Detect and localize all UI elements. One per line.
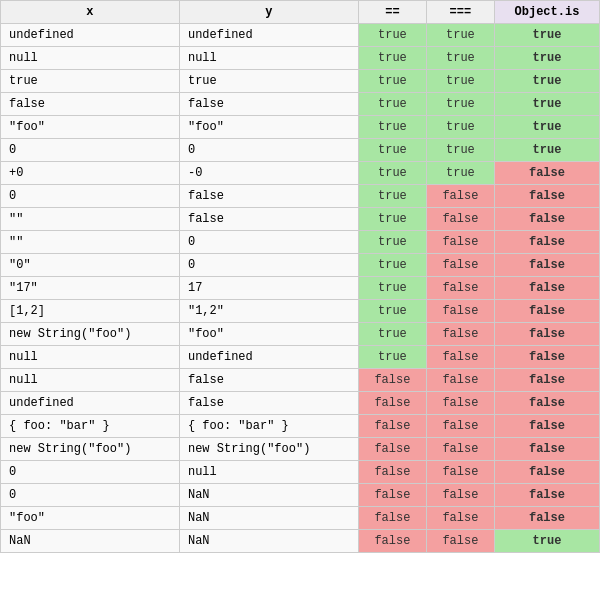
- cell-objectis: false: [494, 392, 599, 415]
- cell-y: "1,2": [179, 300, 358, 323]
- table-row: 0nullfalsefalsefalse: [1, 461, 600, 484]
- cell-objectis: false: [494, 415, 599, 438]
- cell-x: "foo": [1, 116, 180, 139]
- cell-eq: true: [358, 254, 426, 277]
- header-objectis: Object.is: [494, 1, 599, 24]
- cell-x: new String("foo"): [1, 323, 180, 346]
- table-row: truetruetruetruetrue: [1, 70, 600, 93]
- table-row: "foo"NaNfalsefalsefalse: [1, 507, 600, 530]
- cell-eq: false: [358, 530, 426, 553]
- header-row: x y == === Object.is: [1, 1, 600, 24]
- cell-eq: true: [358, 346, 426, 369]
- cell-x: 0: [1, 185, 180, 208]
- cell-objectis: true: [494, 93, 599, 116]
- cell-eq: false: [358, 484, 426, 507]
- cell-x: "0": [1, 254, 180, 277]
- cell-seq: true: [426, 139, 494, 162]
- cell-eq: true: [358, 277, 426, 300]
- header-eq: ==: [358, 1, 426, 24]
- cell-seq: true: [426, 162, 494, 185]
- cell-x: new String("foo"): [1, 438, 180, 461]
- cell-objectis: false: [494, 277, 599, 300]
- cell-seq: false: [426, 484, 494, 507]
- cell-seq: false: [426, 323, 494, 346]
- cell-objectis: true: [494, 70, 599, 93]
- cell-seq: false: [426, 277, 494, 300]
- cell-y: 17: [179, 277, 358, 300]
- table-row: ""0truefalsefalse: [1, 231, 600, 254]
- cell-x: undefined: [1, 24, 180, 47]
- cell-y: { foo: "bar" }: [179, 415, 358, 438]
- cell-eq: true: [358, 231, 426, 254]
- table-row: "17"17truefalsefalse: [1, 277, 600, 300]
- cell-y: 0: [179, 254, 358, 277]
- cell-y: NaN: [179, 507, 358, 530]
- table-row: undefinedfalsefalsefalsefalse: [1, 392, 600, 415]
- cell-objectis: false: [494, 484, 599, 507]
- table-row: ""falsetruefalsefalse: [1, 208, 600, 231]
- cell-x: true: [1, 70, 180, 93]
- cell-x: "17": [1, 277, 180, 300]
- cell-objectis: false: [494, 438, 599, 461]
- table-row: { foo: "bar" }{ foo: "bar" }falsefalsefa…: [1, 415, 600, 438]
- cell-y: false: [179, 93, 358, 116]
- cell-objectis: false: [494, 507, 599, 530]
- cell-y: false: [179, 392, 358, 415]
- cell-objectis: false: [494, 346, 599, 369]
- table-row: 0NaNfalsefalsefalse: [1, 484, 600, 507]
- header-y: y: [179, 1, 358, 24]
- table-row: new String("foo")"foo"truefalsefalse: [1, 323, 600, 346]
- cell-y: true: [179, 70, 358, 93]
- cell-seq: true: [426, 24, 494, 47]
- comparison-table: x y == === Object.is undefinedundefinedt…: [0, 0, 600, 553]
- cell-objectis: false: [494, 231, 599, 254]
- table-row: falsefalsetruetruetrue: [1, 93, 600, 116]
- table-row: undefinedundefinedtruetruetrue: [1, 24, 600, 47]
- cell-y: undefined: [179, 24, 358, 47]
- cell-eq: true: [358, 47, 426, 70]
- cell-objectis: false: [494, 162, 599, 185]
- cell-seq: true: [426, 47, 494, 70]
- cell-eq: false: [358, 415, 426, 438]
- cell-seq: false: [426, 231, 494, 254]
- cell-seq: false: [426, 208, 494, 231]
- cell-seq: false: [426, 438, 494, 461]
- cell-y: null: [179, 47, 358, 70]
- cell-x: "": [1, 231, 180, 254]
- cell-seq: false: [426, 507, 494, 530]
- cell-y: false: [179, 208, 358, 231]
- cell-objectis: false: [494, 323, 599, 346]
- cell-x: NaN: [1, 530, 180, 553]
- cell-objectis: false: [494, 369, 599, 392]
- cell-objectis: true: [494, 24, 599, 47]
- cell-seq: true: [426, 70, 494, 93]
- table-row: 00truetruetrue: [1, 139, 600, 162]
- cell-x: 0: [1, 484, 180, 507]
- cell-eq: true: [358, 323, 426, 346]
- cell-y: "foo": [179, 116, 358, 139]
- cell-x: null: [1, 47, 180, 70]
- cell-y: new String("foo"): [179, 438, 358, 461]
- cell-objectis: false: [494, 300, 599, 323]
- cell-x: "": [1, 208, 180, 231]
- table-row: new String("foo")new String("foo")falsef…: [1, 438, 600, 461]
- cell-eq: false: [358, 461, 426, 484]
- cell-x: { foo: "bar" }: [1, 415, 180, 438]
- cell-x: 0: [1, 461, 180, 484]
- cell-y: 0: [179, 231, 358, 254]
- cell-seq: true: [426, 93, 494, 116]
- cell-y: 0: [179, 139, 358, 162]
- cell-y: "foo": [179, 323, 358, 346]
- cell-objectis: false: [494, 185, 599, 208]
- cell-y: null: [179, 461, 358, 484]
- cell-x: "foo": [1, 507, 180, 530]
- table-row: nullfalsefalsefalsefalse: [1, 369, 600, 392]
- header-seq: ===: [426, 1, 494, 24]
- cell-eq: true: [358, 93, 426, 116]
- cell-seq: false: [426, 392, 494, 415]
- cell-y: undefined: [179, 346, 358, 369]
- cell-objectis: true: [494, 47, 599, 70]
- cell-y: -0: [179, 162, 358, 185]
- cell-eq: true: [358, 300, 426, 323]
- cell-eq: false: [358, 507, 426, 530]
